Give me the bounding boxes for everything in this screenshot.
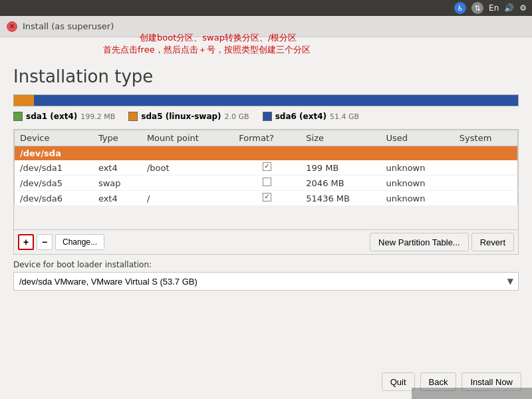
cell-type-sda5: swap: [93, 176, 142, 191]
table-row-sda6[interactable]: /dev/sda6 ext4 / 51436 MB unknown: [15, 191, 518, 206]
remove-partition-button[interactable]: −: [37, 234, 53, 250]
legend-color-sda5: [128, 112, 138, 121]
table-row-sda5[interactable]: /dev/sda5 swap 2046 MB unknown: [15, 176, 518, 191]
main-window: ✕ Install (as superuser) 创建boot分区、swap转换…: [0, 16, 532, 399]
cell-used-sda6: unknown: [380, 191, 454, 206]
legend-name-sda5: sda5 (linux-swap): [141, 112, 221, 121]
col-system: System: [454, 130, 518, 146]
content-area: 创建boot分区、swap转换分区、/根分区 首先点击free，然后点击＋号，按…: [0, 37, 532, 301]
cell-type-sda1: ext4: [93, 160, 142, 176]
table-row-sda1[interactable]: /dev/sda1 ext4 /boot 199 MB unknown: [15, 160, 518, 176]
cell-size-sda6: 51436 MB: [301, 191, 380, 206]
legend-color-sda6: [263, 112, 272, 121]
legend-name-sda1: sda1 (ext4): [26, 112, 77, 121]
col-size: Size: [301, 130, 380, 146]
partition-table-wrapper: Device Type Mount point Format? Size Use…: [13, 129, 519, 230]
partition-table: Device Type Mount point Format? Size Use…: [14, 130, 518, 206]
cell-system-sda6: [454, 191, 518, 206]
col-used: Used: [380, 130, 454, 146]
partition-table-scroll[interactable]: Device Type Mount point Format? Size Use…: [14, 130, 518, 229]
close-button[interactable]: ✕: [7, 21, 17, 32]
sound-icon[interactable]: 🔊: [504, 3, 514, 13]
cell-mount-sda1: /boot: [142, 160, 233, 176]
page-title: Installation type: [13, 66, 519, 86]
window-title: Install (as superuser): [23, 21, 114, 31]
partition-bar: [13, 94, 519, 106]
legend-size-sda6: 51.4 GB: [330, 112, 359, 121]
table-header-row: Device Type Mount point Format? Size Use…: [15, 130, 518, 146]
cell-size-sda5: 2046 MB: [301, 176, 380, 191]
cell-device-sda5: /dev/sda5: [15, 176, 93, 191]
add-partition-button[interactable]: +: [18, 234, 34, 250]
cell-used-sda1: unknown: [380, 160, 454, 176]
group-row-sda[interactable]: /dev/sda: [15, 146, 518, 161]
accessibility-icon[interactable]: ♿: [454, 2, 466, 14]
legend-name-sda6: sda6 (ext4): [275, 112, 327, 121]
table-toolbar: + − Change... New Partition Table... Rev…: [13, 230, 519, 255]
revert-button[interactable]: Revert: [471, 233, 514, 251]
annotation-line1: 创建boot分区、swap转换分区、/根分区: [140, 32, 297, 44]
col-type: Type: [93, 130, 142, 146]
keyboard-icon[interactable]: ⇅: [471, 2, 483, 14]
change-partition-button[interactable]: Change...: [55, 234, 104, 250]
new-partition-table-button[interactable]: New Partition Table...: [370, 233, 469, 251]
settings-icon[interactable]: ⚙: [519, 3, 527, 13]
cell-format-sda6[interactable]: [233, 191, 301, 206]
cell-system-sda5: [454, 176, 518, 191]
cell-device-sda1: /dev/sda1: [15, 160, 93, 176]
legend-size-sda5: 2.0 GB: [225, 112, 249, 121]
legend-sda6: sda6 (ext4) 51.4 GB: [263, 112, 359, 121]
lang-indicator[interactable]: En: [489, 3, 499, 13]
close-icon: ✕: [9, 23, 15, 30]
legend-sda5: sda5 (linux-swap) 2.0 GB: [128, 112, 249, 121]
bootloader-select[interactable]: /dev/sda VMware, VMware Virtual S (53.7 …: [13, 272, 519, 291]
col-device: Device: [15, 130, 93, 146]
cell-mount-sda6: /: [142, 191, 233, 206]
legend-size-sda1: 199.2 MB: [80, 112, 115, 121]
bootloader-label: Device for boot loader installation:: [13, 260, 519, 269]
checkbox-sda1[interactable]: [263, 162, 271, 171]
partition-legend: sda1 (ext4) 199.2 MB sda5 (linux-swap) 2…: [13, 112, 519, 121]
system-bar: ♿ ⇅ En 🔊 ⚙: [449, 0, 532, 16]
bootloader-section: Device for boot loader installation: /de…: [13, 260, 519, 291]
cell-mount-sda5: [142, 176, 233, 191]
group-label-sda: /dev/sda: [15, 146, 518, 161]
col-mount: Mount point: [142, 130, 233, 146]
checkbox-sda6[interactable]: [263, 193, 271, 201]
cell-format-sda5[interactable]: [233, 176, 301, 191]
legend-sda1: sda1 (ext4) 199.2 MB: [13, 112, 115, 121]
col-format: Format?: [233, 130, 301, 146]
partition-seg-rest: [34, 95, 518, 106]
cell-system-sda1: [454, 160, 518, 176]
url-bar: https://blog.csdn.net/lk142500: [412, 388, 532, 399]
legend-color-sda1: [13, 112, 23, 121]
cell-device-sda6: /dev/sda6: [15, 191, 93, 206]
checkbox-sda5[interactable]: [263, 178, 271, 186]
quit-button[interactable]: Quit: [382, 372, 415, 391]
bootloader-select-wrapper: /dev/sda VMware, VMware Virtual S (53.7 …: [13, 272, 519, 291]
cell-type-sda6: ext4: [93, 191, 142, 206]
cell-format-sda1[interactable]: [233, 160, 301, 176]
partition-seg-sda1: [14, 95, 34, 106]
annotation-line2: 首先点击free，然后点击＋号，按照类型创建三个分区: [103, 44, 311, 56]
cell-size-sda1: 199 MB: [301, 160, 380, 176]
cell-used-sda5: unknown: [380, 176, 454, 191]
